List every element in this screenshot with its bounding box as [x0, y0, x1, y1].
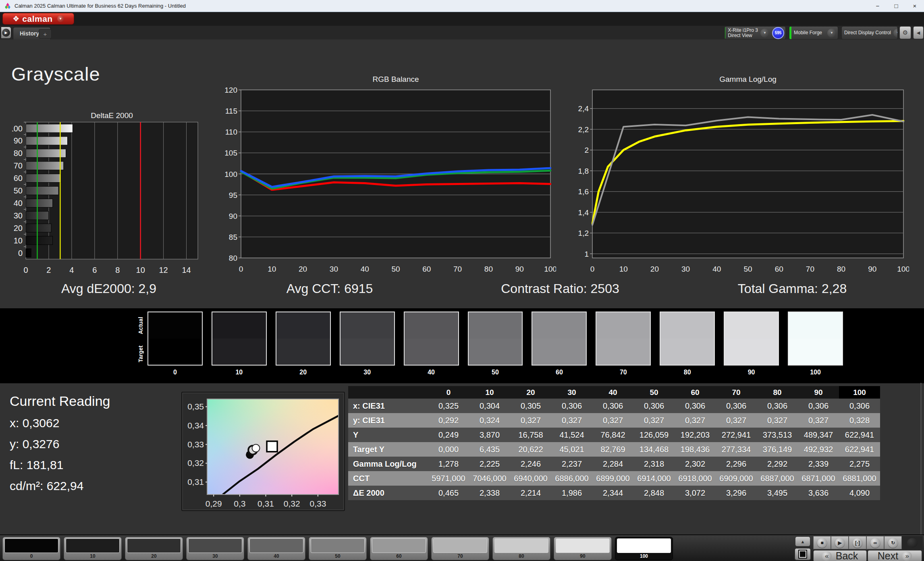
column-header-10: 10	[469, 386, 510, 399]
close-button[interactable]: ×	[905, 0, 924, 12]
title-bar: Calman 2025 Calman Ultimate for Business…	[0, 0, 924, 12]
status-led-icon	[907, 538, 918, 548]
target-half	[725, 339, 778, 365]
table-cell: 2,284	[592, 457, 633, 471]
status-led-panel	[902, 536, 923, 549]
refresh-button[interactable]: ↻	[884, 536, 902, 549]
grayscale-swatch-70: 70	[596, 312, 651, 381]
svg-text:90: 90	[229, 212, 237, 220]
level-button-20[interactable]: 20	[125, 537, 183, 560]
current-reading-title: Current Reading	[10, 393, 110, 409]
swatch-level-label: 60	[532, 366, 587, 379]
level-button-0[interactable]: 0	[2, 537, 60, 560]
table-cell: 0,305	[510, 399, 551, 413]
calman-logo-icon: ❖	[12, 15, 19, 23]
actual-half	[276, 312, 330, 339]
swatch-actual-target	[468, 312, 523, 366]
table-cell: 6899,000	[592, 471, 633, 486]
level-button-80[interactable]: 80	[492, 537, 550, 560]
swatch-actual-target	[660, 312, 715, 366]
level-swatch	[556, 538, 610, 553]
grayscale-swatch-60: 60	[532, 312, 587, 381]
svg-text:80: 80	[14, 149, 23, 158]
display-control-dropdown[interactable]: Direct Display Control ▼	[841, 26, 898, 39]
back-label: Back	[836, 550, 858, 561]
reading-line: y: 0,3276	[10, 437, 110, 451]
svg-text:60: 60	[775, 265, 783, 273]
swatch-level-label: 40	[404, 366, 459, 379]
settings-button[interactable]: ⚙	[899, 26, 911, 39]
swatch-level-label: 100	[788, 366, 843, 379]
table-cell: 0,327	[757, 413, 798, 428]
svg-text:1,6: 1,6	[578, 187, 589, 196]
gamma-chart: Gamma Log/Log 11,21,41,61,822,22,4010203…	[574, 74, 909, 283]
table-cell: 0,306	[592, 399, 633, 413]
calman-menu-button[interactable]: ❖ calman ▼	[2, 13, 74, 25]
next-button[interactable]: Next »	[868, 550, 922, 561]
column-header-100: 100	[839, 386, 880, 399]
maximize-button[interactable]: □	[887, 0, 905, 12]
actual-half	[469, 312, 522, 339]
level-button-40[interactable]: 40	[247, 537, 305, 560]
add-tab-button[interactable]: +	[39, 29, 52, 39]
table-cell: 376,149	[757, 442, 798, 457]
chevron-down-icon: ▼	[760, 29, 769, 37]
minimize-button[interactable]: −	[868, 0, 887, 12]
svg-text:0: 0	[590, 265, 595, 273]
svg-text:0,34: 0,34	[187, 421, 204, 430]
level-button-90[interactable]: 90	[554, 537, 612, 560]
table-cell: 2,225	[469, 457, 510, 471]
table-cell: 0,327	[633, 413, 675, 428]
stop-button[interactable]: ■	[813, 536, 831, 549]
level-swatch	[617, 538, 671, 553]
column-header-30: 30	[551, 386, 592, 399]
level-button-60[interactable]: 60	[370, 537, 428, 560]
svg-text:90: 90	[14, 136, 23, 145]
svg-text:1,4: 1,4	[578, 208, 589, 217]
svg-text:0: 0	[23, 266, 28, 274]
svg-text:100: 100	[544, 265, 556, 273]
level-button-100[interactable]: 100	[615, 537, 673, 560]
table-cell: 7046,000	[469, 471, 510, 486]
toolbar-expand-button[interactable]: ▲	[795, 536, 810, 546]
swatch-actual-target	[212, 312, 267, 366]
table-cell: 0,306	[633, 399, 675, 413]
level-button-30[interactable]: 30	[186, 537, 244, 560]
pattern-window-toggle-button[interactable]	[794, 548, 811, 561]
svg-text:10: 10	[268, 265, 276, 273]
continuous-button[interactable]: ∞	[866, 536, 884, 549]
play-button[interactable]: ▶	[831, 536, 849, 549]
level-button-50[interactable]: 50	[309, 537, 367, 560]
target-half	[405, 339, 458, 365]
meter-dropdown[interactable]: X-Rite i1Pro 3Direct View ▼ 595	[725, 26, 786, 39]
sidebar-expand-button[interactable]: ▶	[1, 27, 11, 39]
table-cell: 134,468	[633, 442, 675, 457]
collapse-panel-button[interactable]: ◀	[913, 26, 924, 39]
svg-text:0: 0	[18, 249, 23, 258]
level-swatch	[494, 538, 548, 553]
row-label: x: CIE31	[348, 399, 428, 413]
row-label: y: CIE31	[348, 413, 428, 428]
pattern-window-button[interactable]: [-]	[849, 536, 866, 549]
svg-text:120: 120	[224, 86, 237, 94]
svg-text:70: 70	[14, 161, 23, 170]
summary-stat: Avg dE2000: 2,9	[61, 281, 156, 296]
panel-splitter[interactable]	[920, 383, 922, 536]
menu-band: ❖ calman ▼	[0, 12, 924, 26]
current-reading-values: x: 0,3062y: 0,3276fL: 181,81cd/m²: 622,9…	[10, 416, 110, 493]
table-cell: 2,275	[839, 457, 880, 471]
swatch-level-label: 30	[340, 366, 395, 379]
level-button-70[interactable]: 70	[431, 537, 489, 560]
back-button[interactable]: « Back	[813, 550, 867, 561]
chevron-left-icon: ◀	[917, 30, 920, 35]
window-controls: −□×	[868, 0, 924, 12]
level-button-10[interactable]: 10	[64, 537, 122, 560]
svg-text:2,4: 2,4	[578, 104, 589, 113]
svg-text:0,3: 0,3	[234, 499, 245, 508]
svg-text:30: 30	[14, 211, 23, 220]
pattern-source-dropdown[interactable]: Mobile Forge ▼	[789, 26, 838, 39]
target-half	[660, 339, 714, 365]
svg-text:40: 40	[361, 265, 369, 273]
table-cell: 0,327	[551, 413, 592, 428]
svg-text:95: 95	[229, 191, 237, 199]
